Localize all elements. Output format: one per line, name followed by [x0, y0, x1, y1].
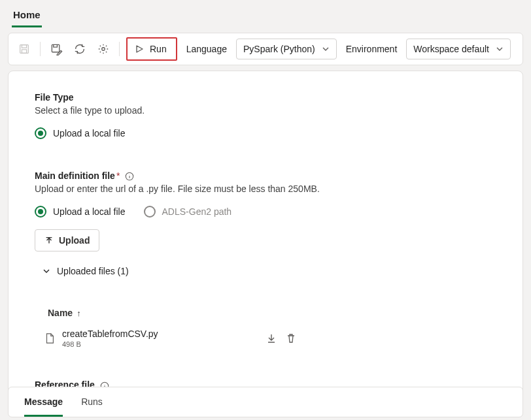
uploaded-files-label: Uploaded files (1) [57, 266, 129, 276]
download-icon[interactable] [266, 333, 277, 344]
filetype-title: File Type [35, 92, 496, 103]
filetype-sub: Select a file type to upload. [35, 105, 496, 116]
upload-button-label: Upload [59, 235, 90, 246]
svg-rect-0 [20, 45, 29, 54]
language-dropdown[interactable]: PySpark (Python) [236, 39, 337, 59]
maindef-title: Main definition file [35, 170, 115, 181]
file-name: createTablefromCSV.py [62, 329, 266, 339]
tab-home[interactable]: Home [12, 7, 42, 27]
tab-runs[interactable]: Runs [81, 387, 103, 417]
info-icon[interactable] [125, 172, 134, 181]
maindef-sub: Upload or enter the url of a .py file. F… [35, 184, 496, 194]
run-button-label: Run [150, 44, 167, 54]
bottom-tabs: Message Runs [8, 387, 523, 417]
upload-button[interactable]: Upload [35, 229, 99, 251]
col-name: Name [48, 308, 73, 318]
environment-dropdown[interactable]: Workspace default [406, 39, 511, 59]
tab-message[interactable]: Message [24, 387, 63, 417]
chevron-down-icon [43, 267, 50, 275]
refresh-icon[interactable] [71, 40, 89, 58]
environment-value: Workspace default [413, 44, 489, 54]
language-value: PySpark (Python) [243, 44, 315, 54]
environment-label: Environment [342, 44, 402, 54]
settings-icon[interactable] [94, 40, 112, 58]
run-button[interactable]: Run [126, 37, 177, 61]
radio-filetype-local[interactable] [35, 127, 46, 139]
file-table-header[interactable]: Name ↑ [35, 308, 496, 318]
radio-maindef-local-label: Upload a local file [53, 206, 126, 217]
uploaded-files-accordion[interactable]: Uploaded files (1) [35, 266, 496, 276]
sort-asc-icon: ↑ [77, 308, 81, 318]
chevron-down-icon [496, 45, 504, 53]
file-size: 498 B [62, 340, 266, 348]
save-edit-icon[interactable] [47, 40, 65, 58]
toolbar-separator [40, 42, 41, 56]
toolbar: Run Language PySpark (Python) Environmen… [8, 33, 523, 65]
save-icon [15, 40, 33, 58]
upload-icon [44, 236, 54, 245]
file-icon [44, 332, 56, 344]
chevron-down-icon [322, 45, 330, 53]
delete-icon[interactable] [286, 333, 296, 344]
radio-maindef-local[interactable] [35, 206, 46, 218]
svg-rect-3 [52, 44, 59, 52]
language-label: Language [182, 44, 231, 54]
radio-maindef-adls[interactable] [144, 206, 156, 218]
svg-rect-1 [22, 45, 26, 48]
required-asterisk: * [116, 170, 120, 181]
svg-point-4 [102, 48, 105, 51]
radio-maindef-adls-label: ADLS-Gen2 path [162, 206, 232, 217]
main-panel: File Type Select a file type to upload. … [8, 71, 523, 394]
file-row: createTablefromCSV.py 498 B [35, 329, 296, 348]
toolbar-separator [119, 42, 120, 56]
svg-rect-2 [22, 50, 26, 53]
radio-filetype-local-label: Upload a local file [53, 128, 126, 138]
